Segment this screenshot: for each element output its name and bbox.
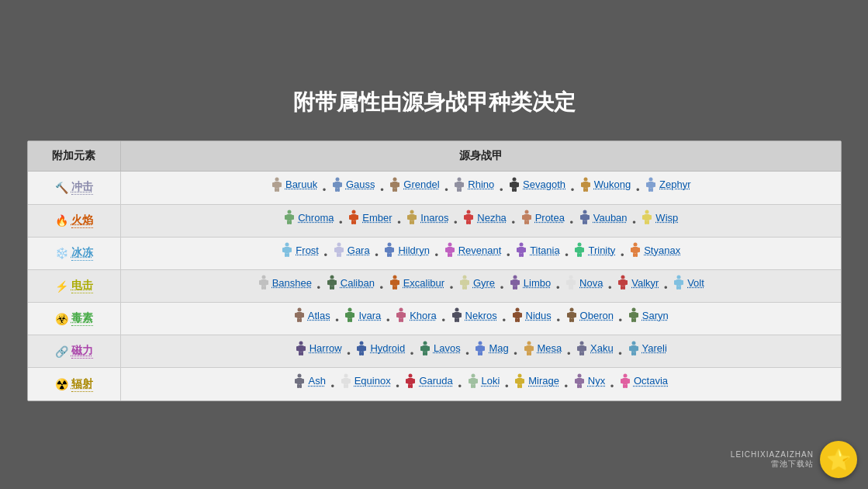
warframe-name[interactable]: Octavia: [634, 373, 668, 390]
svg-rect-296: [621, 379, 623, 383]
warframe-name[interactable]: Atlas: [308, 308, 330, 324]
warframe-name[interactable]: Saryn: [642, 308, 669, 324]
warframe-entry: Saryn: [628, 308, 669, 324]
svg-rect-231: [427, 346, 430, 351]
warframe-name[interactable]: Nezha: [477, 210, 507, 227]
warframe-name[interactable]: Protea: [535, 210, 565, 227]
warframe-name[interactable]: Harrow: [310, 341, 342, 357]
warframe-name[interactable]: Banshee: [272, 276, 312, 292]
warframe-name[interactable]: Grendel: [403, 177, 439, 193]
svg-rect-53: [354, 220, 356, 224]
element-cell[interactable]: ☣️ 毒素: [28, 303, 121, 335]
warframe-name[interactable]: Gara: [348, 243, 370, 259]
warframe-name[interactable]: Rhino: [468, 177, 494, 193]
svg-point-228: [423, 341, 427, 345]
warframe-name[interactable]: Lavos: [434, 341, 461, 357]
svg-rect-268: [344, 384, 346, 388]
warframe-name[interactable]: Ivara: [358, 308, 381, 324]
warframe-name[interactable]: Hildryn: [398, 243, 429, 259]
separator: •: [463, 348, 472, 359]
svg-rect-130: [261, 286, 264, 290]
svg-point-78: [645, 210, 649, 213]
warframe-name[interactable]: Titania: [530, 243, 560, 259]
warframe-name[interactable]: Caliban: [341, 276, 375, 292]
element-name[interactable]: 毒素: [71, 311, 93, 326]
separator: •: [344, 348, 354, 359]
warframe-name[interactable]: Chroma: [298, 210, 334, 227]
warframe-name[interactable]: Nidus: [526, 308, 552, 324]
svg-rect-80: [642, 215, 645, 220]
svg-rect-194: [452, 313, 455, 317]
warframe-name[interactable]: Mirage: [528, 373, 559, 390]
warframe-name[interactable]: Yareli: [642, 341, 667, 357]
svg-rect-94: [337, 253, 339, 257]
element-name[interactable]: 辐射: [71, 377, 93, 392]
warframe-name[interactable]: Limbo: [524, 276, 551, 292]
warframe-name[interactable]: Trinity: [588, 243, 615, 259]
svg-point-102: [448, 243, 451, 247]
svg-rect-35: [586, 188, 588, 192]
warframe-name[interactable]: Wukong: [594, 177, 631, 193]
table-row: 🔥 火焰 Chroma • Ember •: [28, 204, 841, 237]
warframe-entry: Mag: [474, 341, 508, 357]
warframe-name[interactable]: Mag: [489, 341, 508, 357]
svg-point-30: [583, 177, 587, 181]
svg-rect-272: [406, 379, 408, 383]
warframe-name[interactable]: Equinox: [354, 373, 391, 390]
warframe-name[interactable]: Vauban: [593, 210, 628, 227]
svg-rect-10: [335, 188, 337, 192]
svg-rect-175: [296, 312, 303, 318]
element-name[interactable]: 冰冻: [71, 246, 93, 261]
svg-rect-167: [623, 286, 625, 290]
svg-rect-99: [392, 248, 394, 252]
warframe-name[interactable]: Inaros: [420, 210, 448, 227]
svg-rect-27: [517, 182, 519, 187]
warframe-name[interactable]: Wisp: [655, 210, 678, 227]
warframe-name[interactable]: Volt: [687, 276, 704, 292]
element-cell[interactable]: ❄️ 冰冻: [28, 237, 121, 269]
svg-rect-85: [284, 247, 290, 253]
svg-rect-73: [582, 214, 588, 220]
element-cell[interactable]: ⚡ 电击: [28, 269, 121, 302]
warframe-entry: Atlas: [293, 308, 330, 324]
element-name[interactable]: 火焰: [71, 213, 93, 228]
warframe-name[interactable]: Excalibur: [403, 276, 444, 292]
warframe-name[interactable]: Loki: [482, 373, 500, 390]
warframe-name[interactable]: Nyx: [588, 373, 605, 390]
warframe-name[interactable]: Mesa: [538, 341, 562, 357]
svg-rect-226: [359, 352, 361, 355]
svg-rect-290: [575, 379, 577, 383]
warframe-entry: Equinox: [340, 373, 391, 390]
warframe-name[interactable]: Styanax: [644, 243, 680, 259]
warframe-name[interactable]: Valkyr: [631, 276, 659, 292]
element-cell[interactable]: 🔥 火焰: [28, 204, 121, 237]
warframe-name[interactable]: Garuda: [419, 373, 452, 390]
warframe-name[interactable]: Gyre: [473, 276, 495, 292]
element-cell[interactable]: 🔨 冲击: [28, 172, 121, 204]
element-name[interactable]: 电击: [71, 279, 93, 293]
svg-rect-3: [279, 182, 282, 187]
warframe-name[interactable]: Revenant: [458, 243, 502, 259]
warframe-name[interactable]: Gauss: [346, 177, 375, 193]
svg-rect-4: [275, 188, 277, 192]
warframe-name[interactable]: Khora: [410, 308, 437, 324]
svg-rect-215: [634, 318, 636, 322]
warframe-name[interactable]: Baruuk: [285, 177, 317, 193]
svg-rect-286: [517, 384, 520, 388]
element-cell[interactable]: 🔗 磁力: [28, 335, 121, 368]
warframe-name[interactable]: Ash: [308, 373, 325, 390]
element-name[interactable]: 冲击: [71, 180, 93, 195]
element-cell[interactable]: ☢️ 辐射: [28, 368, 121, 401]
warframe-name[interactable]: Oberon: [580, 308, 614, 324]
warframe-name[interactable]: Nekros: [465, 308, 497, 324]
warframe-name[interactable]: Sevagoth: [523, 177, 565, 193]
warframe-name[interactable]: Ember: [362, 210, 392, 227]
warframe-name[interactable]: Xaku: [590, 341, 614, 357]
warframe-name[interactable]: Nova: [579, 276, 603, 292]
warframe-name[interactable]: Frost: [296, 243, 319, 259]
warframe-name[interactable]: Hydroid: [370, 341, 405, 357]
separator: •: [407, 348, 417, 359]
element-name[interactable]: 磁力: [71, 344, 93, 359]
warframe-name[interactable]: Zephyr: [659, 177, 690, 193]
svg-rect-148: [462, 286, 465, 290]
